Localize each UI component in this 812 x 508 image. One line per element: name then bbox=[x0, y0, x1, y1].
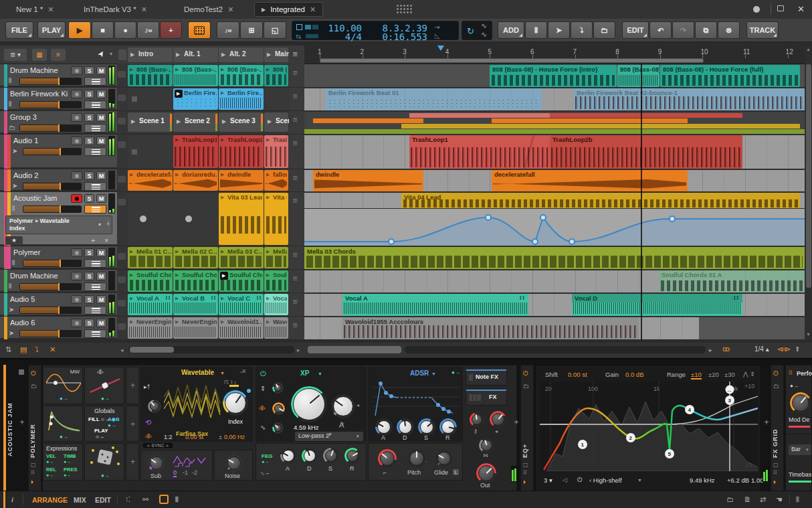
volume-fader[interactable] bbox=[19, 330, 82, 337]
track-list-menu-button[interactable]: ≣ ▾ bbox=[4, 49, 27, 61]
arm-button[interactable] bbox=[71, 137, 82, 145]
phase-random-icon[interactable]: ⟲ bbox=[145, 418, 151, 427]
expr-pres[interactable]: PRES bbox=[64, 467, 77, 473]
clip-play-icon[interactable]: ▶ bbox=[266, 195, 270, 200]
empty-clip-slot[interactable] bbox=[128, 135, 173, 168]
sub-waveform-icons[interactable] bbox=[172, 454, 207, 467]
add-instrument-track-button[interactable]: ⫴ bbox=[525, 21, 547, 39]
wavetable-spectrum-icon[interactable]: ᵕᴵᴵᴵ bbox=[240, 369, 245, 375]
browser-panel-icon[interactable]: 🗀 bbox=[726, 495, 734, 503]
clip-play-icon[interactable]: ▶ bbox=[130, 319, 133, 325]
arm-button[interactable] bbox=[71, 272, 82, 280]
clip-play-icon[interactable]: ▶ bbox=[266, 172, 270, 177]
fxgrid-device-preset-icon[interactable]: 🗀 bbox=[773, 383, 782, 390]
play-menu-button[interactable]: PLAY bbox=[37, 21, 66, 39]
vol-knob[interactable] bbox=[490, 411, 506, 428]
bend-knob[interactable] bbox=[378, 449, 397, 468]
window-close-button[interactable]: ✕ bbox=[797, 4, 805, 14]
arranger-clip-mella-03-chords[interactable]: Mella 03 Chords bbox=[304, 247, 805, 269]
arranger-scroll-thumb[interactable] bbox=[308, 346, 401, 353]
vel-sens-knob[interactable] bbox=[470, 412, 484, 427]
empty-clip-slot[interactable] bbox=[128, 193, 173, 245]
glide-knob[interactable] bbox=[435, 450, 453, 467]
mod-out-arrow[interactable]: ●→ bbox=[60, 396, 68, 402]
mute-button[interactable]: M bbox=[96, 90, 106, 98]
clip-play-icon[interactable]: ▶ bbox=[130, 272, 133, 278]
polymer-device-remote-icon[interactable]: ▢ bbox=[31, 462, 39, 469]
arranger-clip-dwindle[interactable]: dwindle bbox=[313, 170, 423, 191]
feg-knob-s[interactable] bbox=[323, 448, 339, 464]
launcher-clip-soulful-cho-[interactable]: ▶Soulful Cho… bbox=[128, 270, 173, 292]
add-menu-button[interactable]: ADD bbox=[498, 21, 524, 39]
adsr-knob-r[interactable] bbox=[439, 418, 457, 436]
wt-ratio[interactable]: 1:2 bbox=[164, 434, 173, 440]
mod-slot-add-3[interactable]: + bbox=[126, 443, 139, 481]
spread-knob[interactable] bbox=[479, 438, 494, 453]
track-header-polymer[interactable]: PolymerSM⫴ bbox=[0, 246, 117, 269]
modulator-mw[interactable]: MW●→ bbox=[43, 367, 83, 404]
solo-button[interactable]: S bbox=[84, 66, 94, 75]
unison-icon[interactable]: ▸† bbox=[144, 384, 150, 390]
filter-keytrack-icon[interactable]: ‹⫴› bbox=[259, 405, 266, 412]
arm-button[interactable] bbox=[71, 90, 82, 98]
eq-graph[interactable]: 201001k10k+10-1012345↔ bbox=[540, 382, 758, 471]
expr-vel[interactable]: VEL bbox=[46, 453, 56, 459]
fxgrid-mod-arrow[interactable]: ●→ bbox=[790, 383, 799, 389]
arm-button[interactable] bbox=[71, 194, 82, 203]
scene-button-3[interactable]: ▶Main bbox=[264, 48, 288, 62]
track-header-drum-machine[interactable]: Drum MachineSM⫴ bbox=[0, 64, 117, 87]
adsr-knob-a[interactable] bbox=[375, 418, 393, 436]
clip-play-icon[interactable]: ▶ bbox=[130, 172, 133, 177]
clip-play-icon[interactable]: ▶ bbox=[175, 172, 179, 177]
clip-play-icon[interactable]: ▶ bbox=[175, 319, 179, 325]
launcher-stop-col[interactable] bbox=[118, 118, 126, 124]
mod-out-arrow[interactable]: ●→ bbox=[101, 396, 110, 402]
piano-panel-icon[interactable]: ⫴ bbox=[796, 495, 799, 504]
delete-button[interactable]: ⊗ bbox=[718, 21, 740, 39]
play-follow-icon[interactable]: ▸ bbox=[709, 347, 712, 353]
launcher-clip-mella-[interactable]: ▶Mella… bbox=[264, 247, 288, 268]
pin-icon[interactable]: ⍭ bbox=[106, 220, 110, 228]
arranger-clip-soulful-chords-01-a[interactable]: Soulful Chords 01 A bbox=[659, 270, 805, 292]
record-button[interactable]: ● bbox=[114, 21, 136, 39]
expr-arrow[interactable]: ●→ bbox=[64, 473, 71, 477]
mod-slot-add-2[interactable]: + bbox=[126, 406, 139, 442]
globals-ab-arrow[interactable]: ●→ bbox=[108, 422, 116, 428]
sub-knob[interactable] bbox=[148, 454, 165, 472]
automation-follow-icon[interactable]: ∿ bbox=[481, 21, 487, 30]
fx-tab[interactable]: FX bbox=[466, 390, 507, 406]
expr-timb[interactable]: TIMB bbox=[64, 453, 76, 459]
solo-button[interactable]: S bbox=[84, 319, 94, 327]
eq-band-gain[interactable]: +6.2 dB bbox=[727, 477, 749, 484]
clip-play-icon[interactable]: ▶ bbox=[221, 249, 224, 254]
automation-write-button[interactable]: ♪w bbox=[217, 21, 239, 39]
stop-all-clips-button[interactable] bbox=[118, 50, 126, 60]
launcher-clip-808---[interactable]: ▶808 (… bbox=[264, 65, 288, 86]
eq-solo-icons[interactable]: ⋀ ⇕ bbox=[743, 371, 754, 377]
solo-button[interactable]: S bbox=[84, 171, 94, 180]
feg-knob-d[interactable] bbox=[302, 448, 318, 464]
close-crossfades-icon[interactable]: ✕ bbox=[49, 345, 56, 354]
launcher-clip-808--bass--[interactable]: ▶808 (Bass-… bbox=[128, 65, 173, 86]
clip-play-icon[interactable]: ▶ bbox=[221, 319, 224, 325]
mod-out-arrow[interactable]: ●→ bbox=[60, 434, 68, 440]
fxgrid-device-power-icon[interactable]: ⏻ bbox=[773, 369, 782, 378]
project-tab-2[interactable]: DemoTest2✕ bbox=[177, 2, 240, 17]
launcher-clip-berlin-fire-[interactable]: ▶Berlin Fire… bbox=[219, 88, 264, 110]
track-options-button[interactable] bbox=[84, 147, 106, 156]
launcher-scroll-left[interactable]: ◂ bbox=[120, 347, 124, 353]
eq-band-power-icon[interactable]: ⏻ bbox=[577, 476, 583, 484]
fxgrid-bar-dropdown[interactable]: Bar▾ bbox=[789, 444, 811, 455]
track-header-drum-machine[interactable]: Drum MachineSM⫴ bbox=[0, 270, 117, 292]
arm-button[interactable] bbox=[71, 113, 82, 122]
launcher-clip-dorianredu-[interactable]: ▶dorianredu… bbox=[173, 170, 218, 191]
eq-device-preset-icon[interactable]: 🗀 bbox=[523, 383, 532, 390]
track-header-audio-1[interactable]: Audio 1SM➤ bbox=[0, 135, 117, 169]
launcher-clip-fallon-[interactable]: ▶fallon… bbox=[264, 170, 288, 191]
mute-button[interactable]: M bbox=[96, 137, 106, 145]
eq-device-remote-icon[interactable]: ▢ bbox=[523, 462, 532, 469]
track-options-button[interactable] bbox=[84, 124, 106, 133]
launcher-clip-neverengin-[interactable]: ▶NeverEngin… bbox=[128, 317, 173, 339]
fxgrid-device-expand-icon[interactable]: ⏵ bbox=[773, 479, 782, 486]
mute-button[interactable]: M bbox=[96, 248, 106, 257]
